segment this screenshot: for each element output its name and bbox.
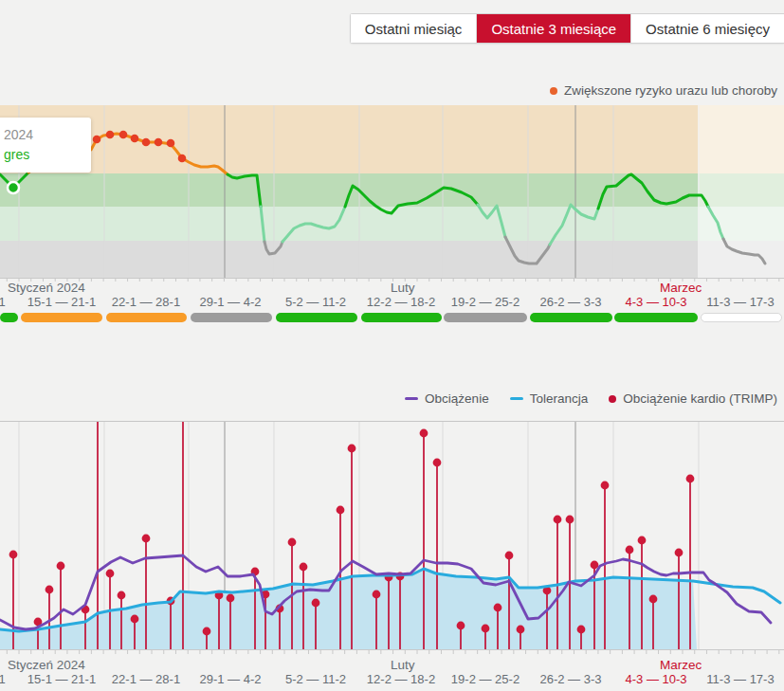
axis-week-label: 26-2 — 3-3 [539,672,601,686]
axis-week-label: 12-2 — 18-2 [367,295,435,309]
axis-month-label: Marzec [660,281,702,295]
axis-week-label: 12-2 — 18-2 [367,672,435,686]
axis-month-label: Styczeń 2024 [8,658,85,672]
legend-label: Zwiększone ryzyko urazu lub choroby [564,83,777,98]
axis-week-label: 5-2 — 11-2 [285,295,346,309]
status-pill-green [530,313,612,322]
status-pill-green [276,313,357,322]
axis-week-label: 15-1 — 21-1 [27,672,96,686]
axis-week-label-partial: 1 [0,672,6,686]
training-status-page: Ostatni miesiącOstatnie 3 miesiąceOstatn… [0,0,784,691]
legend-item: Zwiększone ryzyko urazu lub choroby [550,83,777,98]
legend-line-icon [405,397,418,400]
legend-line-icon [510,397,523,400]
status-pill-green [361,313,442,322]
axis-week-label: 19-2 — 25-2 [451,672,520,686]
chart-tooltip: 2024 gres [0,118,91,173]
axis-month-label: Marzec [660,658,702,672]
axis-week-label: 15-1 — 21-1 [27,295,96,309]
training-status-chart[interactable] [0,105,784,282]
axis-week-label: 22-1 — 28-1 [112,672,180,686]
axis-month-label: Luty [391,658,415,672]
legend-label: Tolerancja [530,391,589,406]
axis-week-label-partial: 1 [0,295,6,309]
legend-item: Obciążenie kardio (TRIMP) [609,391,777,406]
tab-ostatnie-3-miesiące[interactable]: Ostatnie 3 miesiące [476,14,630,43]
load-chart-legend: ObciążenieTolerancjaObciążenie kardio (T… [405,391,777,406]
status-pill-orange [21,313,102,322]
axis-week-label: 26-2 — 3-3 [539,295,601,309]
load-chart[interactable] [0,421,784,654]
axis-week-label: 5-2 — 11-2 [285,672,346,686]
status-pill-gray [444,313,527,322]
legend-item: Obciążenie [405,391,489,406]
axis-week-label: 11-3 — 17-3 [706,672,774,686]
legend-dot-icon [609,395,616,403]
time-range-tabs: Ostatni miesiącOstatnie 3 miesiąceOstatn… [350,13,784,44]
legend-item: Tolerancja [510,391,589,406]
tab-ostatnie-6-miesięcy[interactable]: Ostatnie 6 miesięcy [630,14,784,43]
tab-ostatni-miesiąc[interactable]: Ostatni miesiąc [351,14,477,43]
tooltip-status: gres [4,147,29,162]
axis-week-label: 29-1 — 4-2 [199,295,261,309]
axis-week-label: 19-2 — 25-2 [451,295,520,309]
tooltip-date: 2024 [4,127,33,142]
status-pill-empty [701,313,782,322]
axis-month-label: Styczeń 2024 [8,281,85,295]
status-pill-green [614,313,698,322]
axis-week-label: 11-3 — 17-3 [706,295,774,309]
axis-week-label: 4-3 — 10-3 [625,672,686,686]
status-chart-legend: Zwiększone ryzyko urazu lub choroby [550,83,777,98]
status-pill-orange [106,313,187,322]
status-pill-gray [191,313,272,322]
axis-week-label: 22-1 — 28-1 [112,295,180,309]
legend-label: Obciążenie [425,391,489,406]
axis-month-label: Luty [391,281,415,295]
axis-week-label: 4-3 — 10-3 [625,295,686,309]
axis-week-label: 29-1 — 4-2 [199,672,261,686]
legend-label: Obciążenie kardio (TRIMP) [623,391,777,406]
legend-dot-icon [550,87,557,95]
status-pill-green [0,313,18,322]
weekly-status-pills [0,313,784,322]
